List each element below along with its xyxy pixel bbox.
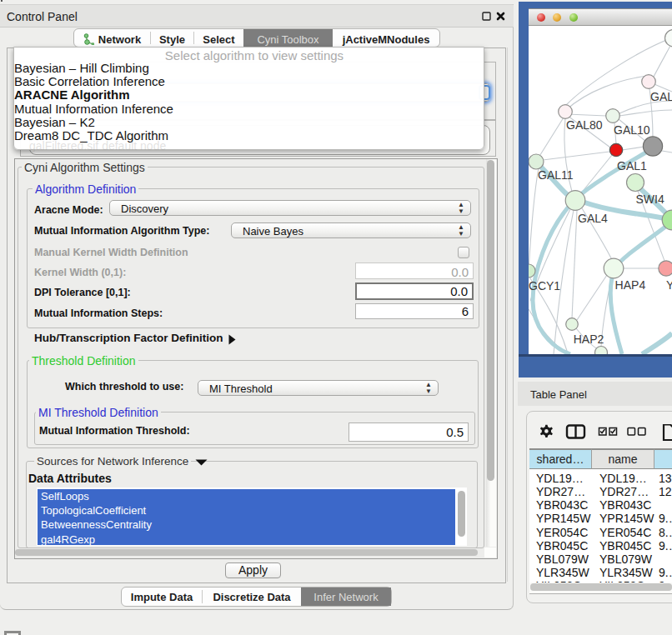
svg-text:HAP2: HAP2	[574, 332, 604, 346]
svg-text:GAL1: GAL1	[617, 159, 647, 172]
svg-text:SWI4: SWI4	[636, 192, 664, 206]
svg-text:GCY1: GCY1	[529, 279, 560, 292]
svg-text:GAL4: GAL4	[578, 212, 608, 225]
svg-text:GAL10: GAL10	[614, 123, 650, 137]
svg-text:GAL11: GAL11	[538, 168, 574, 182]
svg-text:GAL2: GAL2	[650, 90, 672, 103]
svg-text:HAP4: HAP4	[615, 278, 646, 292]
svg-text:Y: Y	[666, 278, 672, 292]
svg-text:GAL80: GAL80	[566, 118, 603, 132]
